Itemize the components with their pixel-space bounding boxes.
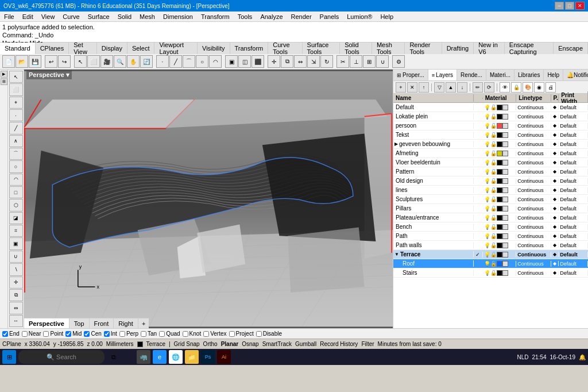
menu-render[interactable]: Render [289,13,314,20]
pan-icon[interactable]: ✋ [127,55,140,68]
snap-perp[interactable]: Perp [119,330,138,337]
lock-icon[interactable]: 🔓 [490,243,497,248]
visibility-icon[interactable]: 💡 [484,206,490,212]
menu-analyze[interactable]: Analyze [258,13,284,20]
snap-cen[interactable]: Cen [84,330,101,337]
material-swatch[interactable] [502,114,508,120]
menu-tools[interactable]: Tools [236,13,254,20]
material-swatch[interactable] [502,105,508,110]
arc-btn[interactable]: ◠ [9,174,23,186]
save-icon[interactable]: 💾 [29,55,41,68]
layer-row[interactable]: Tekst💡🔓Continuous◆Default [393,130,588,140]
layer-row[interactable]: Path walls💡🔓Continuous◆Default [393,241,588,250]
osnap-label[interactable]: Osnap [242,341,258,347]
layer-color-swatch[interactable] [497,141,502,147]
visibility-icon[interactable]: 💡 [484,114,490,120]
lasso-btn[interactable]: ⌖ [9,97,23,109]
visibility-icon[interactable]: 💡 [484,141,490,147]
extrude-icon[interactable]: ▣ [225,55,238,68]
toolbar-tab-6[interactable]: Visibility [198,43,230,54]
scale-icon[interactable]: ⇲ [307,55,320,68]
circle-icon[interactable]: ○ [196,55,208,68]
visibility-icon[interactable]: 💡 [484,169,490,175]
curve-icon[interactable]: ⌒ [183,55,195,68]
rhino-app[interactable]: 🦏 [137,350,150,364]
material-swatch[interactable] [502,215,508,221]
snap-quad[interactable]: Quad [159,330,180,337]
lock-icon[interactable]: 🔓 [490,141,497,147]
lock-icon[interactable]: 🔓 [490,178,497,184]
lock-icon[interactable]: 🔓 [490,252,497,258]
libraries-tab[interactable]: Libraries [514,70,544,81]
line-btn[interactable]: ╱ [9,122,23,134]
surface-from-edge-btn[interactable]: ◪ [9,212,23,224]
edit-btn[interactable]: ↓ [457,82,467,93]
filter-color-btn[interactable]: 🎨 [523,82,533,93]
lock-icon[interactable]: 🔓 [490,160,497,166]
extrude-btn[interactable]: ▣ [9,237,23,249]
layer-color-swatch[interactable] [497,224,502,230]
visibility-icon[interactable]: 💡 [484,132,490,138]
snap-vertex[interactable]: Vertex [203,330,226,337]
toolbar-tab-5[interactable]: Viewport Layout [154,43,198,54]
notifications-tab[interactable]: 🔔 Notific... [563,70,588,81]
viewport-tab-front[interactable]: Front [90,318,114,329]
viewport-tab-top[interactable]: Top [69,318,90,329]
filter-eye-btn[interactable]: 👁 [500,82,510,93]
toolbar-tab-14[interactable]: New in V6 [474,43,505,54]
surface-icon[interactable]: ◫ [238,55,251,68]
menu-transform[interactable]: Transform [199,13,231,20]
gumball-label[interactable]: Gumball [295,341,316,347]
boolean-diff-btn[interactable]: ∖ [9,263,23,275]
layer-row[interactable]: lines💡🔓Continuous◆Default [393,186,588,195]
rotate-icon[interactable]: 🔄 [140,55,153,68]
loft-btn[interactable]: ⌗ [9,225,23,237]
polyline-btn[interactable]: ∧ [9,135,23,147]
join-icon[interactable]: ⊞ [363,55,376,68]
toolbar-tab-1[interactable]: CPlanes [36,43,69,54]
layer-row[interactable]: Bench💡🔓Continuous◆Default [393,222,588,232]
lock-icon[interactable]: 🔓 [490,206,497,212]
material-swatch[interactable] [502,160,508,166]
material-swatch[interactable] [502,169,508,175]
lock-icon[interactable]: 🔓 [490,114,497,120]
material-swatch[interactable] [502,132,508,138]
lock-icon[interactable]: 🔓 [490,224,497,230]
layer-row[interactable]: Roof💡🔓Continuous◆Default [393,259,588,268]
window-select-icon[interactable]: ⬜ [87,55,100,68]
boolean-icon[interactable]: ∪ [376,55,389,68]
layer-color-swatch[interactable] [497,261,502,267]
smarttrack-label[interactable]: SmartTrack [262,341,292,347]
menu-edit[interactable]: Edit [21,13,35,20]
layer-color-swatch[interactable] [497,206,502,212]
material-swatch[interactable] [502,224,508,230]
lock-icon[interactable]: 🔓 [490,215,497,221]
material-swatch[interactable] [502,187,508,193]
browser-app[interactable]: e [153,350,167,364]
layer-color-swatch[interactable] [497,105,502,110]
lock-icon[interactable]: 🔓 [490,187,497,193]
material-swatch[interactable] [502,197,508,202]
search-layer-btn[interactable]: ✏ [473,82,483,93]
lock-icon[interactable]: 🔓 [490,197,497,202]
refresh-btn[interactable]: ⟳ [484,82,494,93]
filter-lock-btn[interactable]: 🔒 [511,82,521,93]
visibility-icon[interactable]: 💡 [484,160,490,166]
polygon-btn[interactable]: ⬡ [9,199,23,211]
lock-icon[interactable]: 🔓 [490,123,497,129]
menu-surface[interactable]: Surface [86,13,111,20]
layer-color-swatch[interactable] [497,169,502,175]
copy-btn[interactable]: ⧉ [9,289,23,301]
materials-tab[interactable]: Materi... [486,70,514,81]
material-swatch[interactable] [502,261,508,267]
visibility-icon[interactable]: 💡 [484,243,490,248]
photoshop-app[interactable]: Ps [201,350,215,364]
menu-dimension[interactable]: Dimension [161,13,195,20]
visibility-icon[interactable]: 💡 [484,197,490,202]
toolbar-tab-9[interactable]: Surface Tools [303,43,341,54]
layer-row[interactable]: Path💡🔓Continuous◆Default [393,232,588,241]
curve-btn[interactable]: ⌒ [9,148,23,160]
snap-disable[interactable]: Disable [256,330,282,337]
material-swatch[interactable] [502,252,508,258]
layer-row[interactable]: Plateau/entrance💡🔓Continuous◆Default [393,213,588,222]
